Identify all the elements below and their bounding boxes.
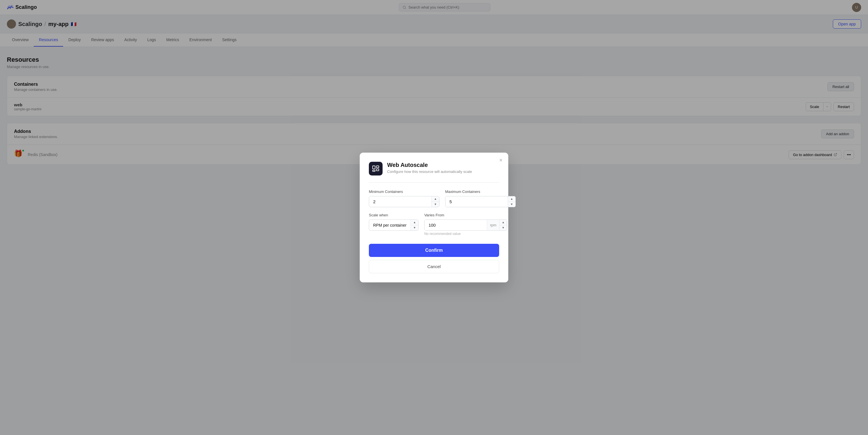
svg-rect-4 [376,166,379,168]
svg-rect-5 [376,169,379,171]
svg-rect-6 [373,170,375,171]
autoscale-modal: × Web Autoscale Configure how this resou… [360,153,508,174]
svg-rect-3 [373,166,375,169]
modal-icon [369,162,382,174]
modal-close-button[interactable]: × [499,157,503,163]
modal-title: Web Autoscale [387,162,472,168]
modal-header: Web Autoscale Configure how this resourc… [369,162,499,174]
modal-overlay[interactable]: × Web Autoscale Configure how this resou… [0,0,868,174]
modal-desc: Configure how this resource will automat… [387,169,472,174]
autoscale-icon [372,165,379,172]
